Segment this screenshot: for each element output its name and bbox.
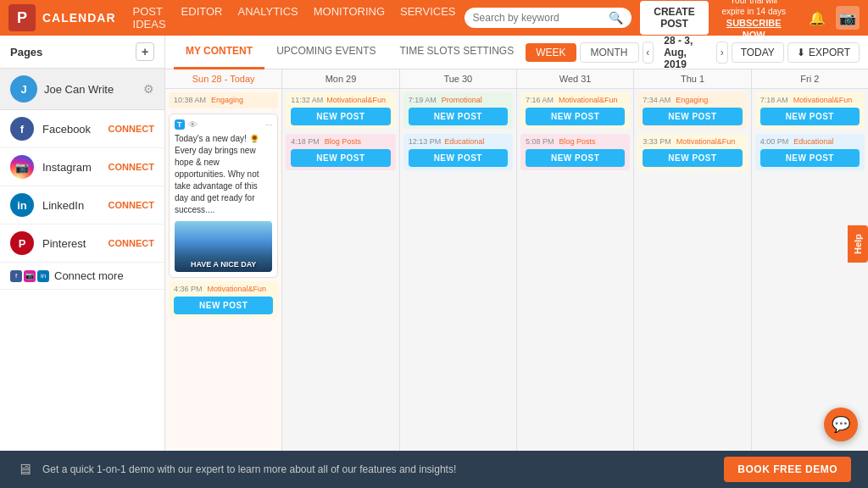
month-view-button[interactable]: MONTH [580, 42, 639, 63]
new-post-button[interactable]: NEW POST [526, 149, 625, 167]
new-post-button[interactable]: NEW POST [409, 149, 508, 167]
tab-my-content[interactable]: MY CONTENT [174, 36, 264, 69]
book-demo-button[interactable]: BOOK FREE DEMO [724, 457, 851, 482]
event-time: 12:13 PM [409, 137, 442, 146]
linkedin-connect-button[interactable]: CONNECT [108, 200, 154, 210]
new-post-button[interactable]: NEW POST [760, 108, 860, 125]
cal-event[interactable]: 4:00 PM Educational NEW POST [755, 134, 865, 170]
cal-event[interactable]: 7:19 AM Promotional NEW POST [403, 92, 513, 129]
tab-upcoming-events[interactable]: UPCOMING EVENTS [264, 36, 387, 69]
linkedin-icon: in [10, 193, 34, 217]
event-time: 10:38 AM [174, 96, 206, 104]
event-type: Motivational&Fun [793, 96, 853, 104]
cal-day-thu: Thu 1 7:34 AM Engaging NEW POST 3:33 PM … [634, 69, 751, 451]
mini-linkedin-icon: in [37, 270, 49, 282]
demo-icon: 🖥 [17, 461, 32, 479]
cal-day-wed-header: Wed 31 [517, 69, 633, 89]
chat-button[interactable]: 💬 [824, 408, 858, 441]
cal-day-thu-body: 7:34 AM Engaging NEW POST 3:33 PM Motiva… [634, 89, 750, 451]
event-type: Educational [793, 137, 833, 146]
cal-event[interactable]: 11:32 AM Motivational&Fun NEW POST [286, 92, 395, 129]
social-linkedin-label: LinkedIn [42, 199, 108, 212]
cal-event[interactable]: 7:34 AM Engaging NEW POST [637, 92, 747, 129]
new-post-button[interactable]: NEW POST [291, 149, 390, 167]
facebook-connect-button[interactable]: CONNECT [108, 124, 154, 134]
week-view-button[interactable]: WEEK [526, 43, 576, 62]
gear-icon[interactable]: ⚙ [143, 82, 154, 96]
search-icon: 🔍 [609, 11, 623, 25]
new-post-button[interactable]: NEW POST [409, 108, 508, 125]
main-layout: Pages + J Joe Can Write ⚙ f Facebook CON… [0, 36, 868, 451]
date-range: 28 - 3, Aug, 2019 [657, 36, 713, 70]
cal-day-sun: Sun 28 - Today 10:38 AM Engaging T 👁 ··· [165, 69, 282, 451]
cal-day-tue: Tue 30 7:19 AM Promotional NEW POST 12:1… [400, 69, 517, 451]
event-type: Blog Posts [559, 137, 596, 146]
pages-label: Pages [10, 46, 42, 58]
cal-event[interactable]: 3:33 PM Motivational&Fun NEW POST [637, 134, 747, 170]
export-button[interactable]: ⬇ EXPORT [787, 42, 860, 63]
cal-event[interactable]: 12:13 PM Educational NEW POST [403, 134, 513, 170]
instagram-connect-button[interactable]: CONNECT [108, 162, 154, 172]
pinterest-icon: P [10, 231, 34, 255]
tab-time-slots[interactable]: TIME SLOTS SETTINGS [387, 36, 526, 69]
sidebar-item-pinterest[interactable]: P Pinterest CONNECT [0, 225, 164, 263]
cal-event[interactable]: 10:38 AM Engaging [169, 92, 278, 108]
nav-links: POST IDEAS EDITOR ANALYTICS MONITORING S… [133, 5, 456, 30]
tweet-card[interactable]: T 👁 ··· Today's a new day! 🌻 Every day b… [169, 114, 278, 278]
new-post-button[interactable]: NEW POST [643, 149, 742, 167]
facebook-icon: f [10, 117, 34, 141]
sidebar-item-instagram[interactable]: 📷 Instagram CONNECT [0, 148, 164, 186]
camera-icon[interactable]: 📷 [836, 6, 860, 30]
event-time: 4:36 PM [174, 285, 203, 293]
event-time: 7:19 AM [409, 96, 437, 104]
content-area: MY CONTENT UPCOMING EVENTS TIME SLOTS SE… [165, 36, 868, 451]
social-pinterest-label: Pinterest [42, 237, 108, 250]
mini-instagram-icon: 📷 [24, 270, 36, 282]
nav-editor[interactable]: EDITOR [181, 5, 223, 30]
event-time: 4:18 PM [291, 137, 320, 146]
new-post-button[interactable]: NEW POST [174, 297, 273, 314]
create-post-button[interactable]: CREATE POST [640, 1, 709, 35]
more-icon[interactable]: ··· [265, 120, 272, 130]
tabs-right: WEEK MONTH ‹ 28 - 3, Aug, 2019 › TODAY ⬇… [526, 36, 860, 70]
cal-event[interactable]: 4:18 PM Blog Posts NEW POST [286, 134, 395, 170]
search-input[interactable] [473, 12, 609, 24]
new-post-button[interactable]: NEW POST [291, 108, 390, 125]
sidebar-item-more[interactable]: f 📷 in Connect more [0, 263, 164, 290]
cal-event[interactable]: 7:16 AM Motivational&Fun NEW POST [520, 92, 630, 129]
cal-event[interactable]: 4:36 PM Motivational&Fun NEW POST [169, 281, 278, 318]
nav-analytics[interactable]: ANALYTICS [237, 5, 298, 30]
cal-event[interactable]: 5:08 PM Blog Posts NEW POST [520, 134, 630, 170]
nav-post-ideas[interactable]: POST IDEAS [133, 5, 166, 30]
nav-services[interactable]: SERVICES [400, 5, 456, 30]
next-week-button[interactable]: › [716, 42, 728, 64]
social-facebook-label: Facebook [42, 123, 108, 136]
event-time: 5:08 PM [526, 137, 554, 146]
sidebar-item-linkedin[interactable]: in LinkedIn CONNECT [0, 186, 164, 225]
sidebar-item-facebook[interactable]: f Facebook CONNECT [0, 110, 164, 148]
cal-day-sun-body: 10:38 AM Engaging T 👁 ··· Today's a new … [165, 89, 281, 451]
cal-day-fri-header: Fri 2 [752, 69, 868, 89]
search-box: 🔍 [465, 8, 632, 28]
cal-event[interactable]: 7:18 AM Motivational&Fun NEW POST [755, 92, 865, 129]
help-button[interactable]: Help [848, 225, 868, 263]
tweet-image: HAVE A NICE DAY [175, 221, 272, 272]
topnav: P CALENDAR POST IDEAS EDITOR ANALYTICS M… [0, 0, 868, 36]
username: Joe Can Write [44, 83, 143, 96]
prev-week-button[interactable]: ‹ [643, 42, 654, 64]
event-time: 7:34 AM [643, 96, 670, 104]
add-page-button[interactable]: + [136, 42, 154, 61]
nav-monitoring[interactable]: MONITORING [314, 5, 385, 30]
event-type: Motivational&Fun [208, 285, 267, 293]
new-post-button[interactable]: NEW POST [526, 108, 625, 125]
bell-icon[interactable]: 🔔 [805, 6, 829, 30]
new-post-button[interactable]: NEW POST [643, 108, 742, 125]
today-button[interactable]: TODAY [732, 42, 784, 63]
cal-day-fri-body: 7:18 AM Motivational&Fun NEW POST 4:00 P… [752, 89, 868, 451]
pinterest-connect-button[interactable]: CONNECT [108, 238, 154, 248]
event-time: 11:32 AM [291, 96, 323, 104]
eye-icon: 👁 [188, 119, 198, 130]
event-type: Blog Posts [325, 137, 361, 146]
tabs-row: MY CONTENT UPCOMING EVENTS TIME SLOTS SE… [165, 36, 868, 69]
new-post-button[interactable]: NEW POST [760, 149, 860, 167]
